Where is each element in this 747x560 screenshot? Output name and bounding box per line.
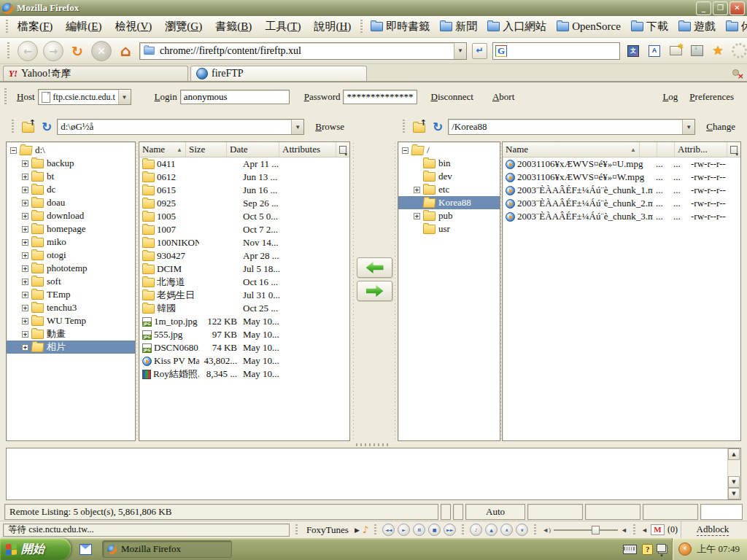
taskbar-task-firefox[interactable]: Mozilla Firefox — [102, 540, 232, 558]
tree-item[interactable]: bin — [398, 157, 500, 170]
scroll-down-button[interactable]: ▼ — [728, 488, 740, 499]
splitter[interactable] — [393, 143, 397, 440]
home-button[interactable]: ⌂ — [117, 42, 134, 60]
minimize-button[interactable]: _ — [696, 1, 711, 15]
close-button[interactable]: ✕ — [729, 1, 745, 15]
tree-item[interactable]: +doau — [7, 196, 135, 209]
file-row[interactable]: 0925Sep 26 ... — [139, 197, 349, 210]
tree-item[interactable]: +pub — [398, 209, 500, 222]
tree-item[interactable]: dev — [398, 170, 500, 183]
file-row[interactable]: 1005Oct 5 0... — [139, 210, 349, 223]
tree-item[interactable]: +動畫 — [7, 327, 135, 341]
tree-expander-icon[interactable]: + — [22, 305, 28, 311]
tab-fireftp[interactable]: fireFTP — [190, 66, 367, 81]
search-input[interactable] — [509, 44, 641, 57]
forward-button[interactable]: → — [43, 41, 63, 61]
tree-expander-icon[interactable]: + — [22, 265, 28, 272]
bookmark-item[interactable]: 下載 — [626, 18, 673, 35]
log-scrollbar[interactable]: ▲ ▼ ▼ — [727, 448, 740, 499]
language-bar-icon[interactable] — [658, 545, 667, 553]
stop-button[interactable]: ✕ — [91, 41, 112, 61]
preferences-button[interactable]: Preferences — [684, 90, 740, 104]
tree-expander-icon[interactable]: + — [22, 200, 28, 206]
file-row[interactable]: 0612Jun 13 ... — [139, 171, 349, 184]
play-button[interactable]: ► — [398, 524, 410, 536]
tree-expander-icon[interactable]: + — [22, 213, 28, 219]
ime-help-icon[interactable]: ? — [642, 544, 653, 555]
tree-expander-icon[interactable]: + — [22, 318, 28, 324]
eject-button[interactable]: ▲ — [485, 524, 498, 536]
tree-item[interactable]: Korea88 — [398, 196, 500, 209]
column-header-col1[interactable] — [640, 142, 657, 157]
toolbar-gripper[interactable] — [360, 20, 363, 34]
tree-item[interactable]: −/ — [398, 144, 500, 157]
volume-up-button[interactable]: ∧ — [500, 524, 513, 536]
download-transfer-button[interactable] — [357, 257, 392, 278]
next-button[interactable]: ►► — [444, 524, 456, 536]
tree-expander-icon[interactable]: + — [22, 252, 28, 259]
foxytunes-label[interactable]: FoxyTunes — [303, 524, 352, 536]
translate-page-icon[interactable]: 文 — [625, 44, 641, 58]
file-row[interactable]: DCIMJul 5 18... — [139, 262, 349, 276]
tree-item[interactable]: +backup — [7, 157, 135, 170]
menu-item[interactable]: 工具(T) — [258, 18, 307, 36]
toolbar-gripper[interactable] — [4, 88, 7, 105]
previous-button[interactable]: ◄◄ — [382, 524, 395, 536]
file-row[interactable]: 2003¨ÈÀAÂÉF±¼Áú¨è_chunk_2.mpg......-rw-r… — [503, 197, 740, 210]
adblock-button[interactable]: Adblock — [681, 521, 744, 538]
track-note-button[interactable]: ♪ — [470, 524, 482, 536]
file-row[interactable]: 1007Oct 7 2... — [139, 223, 349, 236]
tree-item[interactable]: −d:\ — [7, 144, 135, 157]
pause-button[interactable]: II — [413, 524, 425, 536]
column-header-attrib-[interactable]: Attrib... — [675, 142, 727, 157]
tree-expander-icon[interactable]: − — [10, 147, 17, 154]
password-input[interactable] — [344, 90, 417, 104]
bookmark-item[interactable]: 入口網站 — [482, 18, 551, 35]
back-button[interactable]: ← — [18, 41, 38, 61]
tab-yahoo[interactable]: Y! Yahoo!奇摩 — [3, 66, 188, 81]
speaker-icon[interactable]: ◄) — [542, 526, 551, 534]
tree-item[interactable]: +download — [7, 209, 135, 222]
file-row[interactable]: 930427Apr 28 ... — [139, 249, 349, 262]
tree-item[interactable]: +tenchu3 — [7, 301, 135, 314]
tree-expander-icon[interactable]: + — [22, 279, 28, 285]
tree-item[interactable]: +otogi — [7, 249, 135, 262]
toolbar-gripper[interactable] — [7, 42, 9, 60]
tree-expander-icon[interactable]: + — [22, 174, 28, 180]
hide-icons-chevron[interactable]: ‹ — [678, 542, 692, 556]
translate-text-icon[interactable]: A — [646, 44, 662, 58]
url-input[interactable] — [158, 44, 451, 58]
keyboard-icon[interactable] — [623, 545, 637, 554]
quick-launch-icon[interactable] — [80, 544, 92, 555]
tree-expander-icon[interactable]: + — [414, 187, 420, 193]
bookmark-item[interactable]: 新聞 — [435, 18, 482, 35]
tree-expander-icon[interactable]: + — [22, 160, 28, 167]
scroll-down-button[interactable]: ▼ — [728, 476, 740, 488]
go-button[interactable]: ↵ — [472, 43, 487, 59]
file-row[interactable]: 2003¨ÈÀAÂÉF±¼Áú¨è_chunk_3.mpg......-rw-r… — [503, 210, 740, 223]
tree-item[interactable]: +WU Temp — [7, 314, 135, 327]
session-manager-icon[interactable]: ✱ — [667, 44, 684, 58]
toolbar-gripper[interactable] — [6, 20, 8, 34]
tree-expander-icon[interactable]: + — [22, 187, 28, 193]
tree-expander-icon[interactable]: + — [22, 344, 28, 351]
tree-item[interactable]: +etc — [398, 183, 500, 196]
tree-item[interactable]: +相片 — [7, 341, 135, 354]
menu-item[interactable]: 書籤(B) — [209, 18, 258, 36]
file-row[interactable]: 北海道Oct 16 ... — [139, 276, 349, 289]
tree-item[interactable]: +TEmp — [7, 288, 135, 301]
local-path-dropdown-button[interactable]: ▼ — [291, 120, 303, 134]
file-row[interactable]: DSCN0680....74 KBMay 10... — [139, 341, 349, 354]
tree-expander-icon[interactable]: + — [414, 213, 420, 219]
tree-expander-icon[interactable]: + — [22, 292, 28, 298]
url-dropdown-button[interactable]: ▼ — [454, 43, 466, 59]
file-row[interactable]: 20031106¥xÆWVS¤é¥»¤U.mpg......-rw-r--r-- — [503, 158, 740, 171]
disconnect-button[interactable]: Disconnect — [425, 90, 479, 104]
volume-slider[interactable] — [554, 525, 618, 535]
restore-button[interactable]: ❐ — [713, 1, 728, 15]
bookmark-item[interactable]: 遊戲 — [673, 18, 721, 35]
browse-button[interactable]: Browse — [309, 120, 350, 134]
tree-item[interactable]: usr — [398, 222, 500, 236]
url-bar[interactable]: ▼ — [139, 42, 467, 60]
gmail-icon[interactable]: M — [651, 524, 665, 535]
